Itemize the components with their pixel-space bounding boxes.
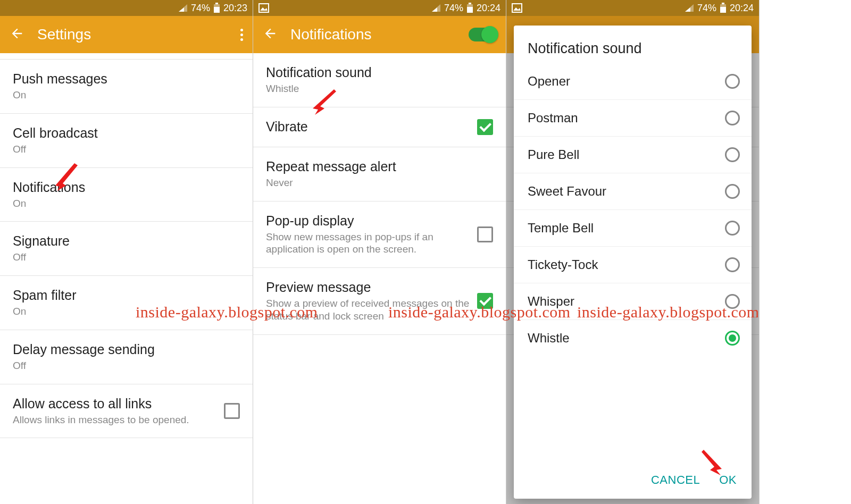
status-time: 20:24 xyxy=(730,3,754,14)
image-icon xyxy=(512,3,522,13)
battery-percent: 74% xyxy=(444,3,463,14)
item-cell-broadcast[interactable]: Cell broadcast Off xyxy=(0,114,253,168)
item-secondary: Off xyxy=(13,251,240,264)
item-primary: Allow access to all links xyxy=(13,396,218,411)
item-signature[interactable]: Signature Off xyxy=(0,222,253,276)
status-bar: 74% 20:24 xyxy=(253,0,506,16)
item-secondary: Off xyxy=(13,143,240,156)
item-primary: Cell broadcast xyxy=(13,125,240,141)
ok-button[interactable]: OK xyxy=(719,473,737,487)
signal-icon xyxy=(685,4,694,12)
radio[interactable] xyxy=(725,257,740,272)
svg-rect-0 xyxy=(215,3,218,4)
item-notification-sound[interactable]: Notification sound Whistle xyxy=(253,53,506,107)
svg-rect-4 xyxy=(469,3,471,4)
back-icon[interactable] xyxy=(10,26,24,43)
item-allow-links[interactable]: Allow access to all links Allows links i… xyxy=(0,384,253,439)
item-repeat-alert[interactable]: Repeat message alert Never xyxy=(253,147,506,201)
option-label: Postman xyxy=(528,111,578,125)
item-secondary: Allows links in messages to be opened. xyxy=(13,414,218,426)
item-secondary: On xyxy=(13,89,240,102)
radio[interactable] xyxy=(725,111,740,125)
option-whistle[interactable]: Whistle xyxy=(514,320,752,356)
svg-rect-10 xyxy=(720,7,726,13)
item-spam-filter[interactable]: Spam filter On xyxy=(0,276,253,330)
svg-rect-3 xyxy=(259,4,269,12)
item-notifications[interactable]: Notifications On xyxy=(0,168,253,222)
battery-icon xyxy=(213,3,220,13)
item-preview-message[interactable]: Preview message Show a preview of receiv… xyxy=(253,268,506,335)
item-delay-sending[interactable]: Delay message sending Off xyxy=(0,330,253,384)
svg-rect-6 xyxy=(467,7,473,13)
panel-sound-dialog: 74% 20:24 NW V RNe PSh ap PSh st Notific… xyxy=(506,0,760,504)
app-bar: Notifications xyxy=(253,16,506,53)
svg-rect-8 xyxy=(722,3,724,4)
item-primary: Spam filter xyxy=(13,288,240,303)
option-label: Whisper xyxy=(528,294,574,309)
notification-sound-dialog: Notification sound Opener Postman Pure B… xyxy=(514,26,752,499)
app-bar-title: Settings xyxy=(37,26,228,43)
status-bar: 74% 20:23 xyxy=(0,0,253,16)
item-primary: Preview message xyxy=(266,280,471,295)
app-bar: Settings xyxy=(0,16,253,53)
item-primary: Notifications xyxy=(13,180,240,195)
option-whisper[interactable]: Whisper xyxy=(514,283,752,320)
svg-rect-7 xyxy=(512,4,522,12)
battery-percent: 74% xyxy=(191,3,210,14)
item-primary: Vibrate xyxy=(266,119,471,135)
image-icon xyxy=(258,3,269,13)
item-secondary: Show a preview of received messages on t… xyxy=(266,297,471,323)
item-popup-display[interactable]: Pop-up display Show new messages in pop-… xyxy=(253,201,506,268)
signal-icon xyxy=(431,4,441,12)
item-secondary: Off xyxy=(13,359,240,372)
app-bar-title: Notifications xyxy=(290,26,456,43)
back-icon[interactable] xyxy=(263,26,278,43)
item-primary: Signature xyxy=(13,233,240,249)
svg-rect-2 xyxy=(214,7,220,13)
checkbox[interactable] xyxy=(477,293,493,309)
dialog-title: Notification sound xyxy=(514,36,752,63)
item-secondary: On xyxy=(13,197,240,210)
item-push-messages[interactable]: Push messages On xyxy=(0,60,253,114)
item-primary: Push messages xyxy=(13,71,240,87)
option-label: Pure Bell xyxy=(528,147,579,162)
radio[interactable] xyxy=(725,331,740,346)
panel-settings: 74% 20:23 Settings Push messages On Cell… xyxy=(0,0,253,504)
checkbox[interactable] xyxy=(224,403,240,419)
signal-icon xyxy=(178,4,188,12)
option-temple-bell[interactable]: Temple Bell xyxy=(514,210,752,247)
item-secondary: On xyxy=(13,305,240,318)
item-secondary: Show new messages in pop-ups if an appli… xyxy=(266,231,471,256)
checkbox[interactable] xyxy=(477,119,493,135)
option-postman[interactable]: Postman xyxy=(514,100,752,137)
radio[interactable] xyxy=(725,74,740,89)
radio[interactable] xyxy=(725,294,740,309)
item-secondary: Never xyxy=(266,177,493,189)
master-toggle[interactable] xyxy=(469,28,496,41)
radio[interactable] xyxy=(725,221,740,236)
radio[interactable] xyxy=(725,147,740,162)
status-bar: 74% 20:24 xyxy=(506,0,759,16)
item-primary: Notification sound xyxy=(266,65,493,80)
more-icon[interactable] xyxy=(240,29,243,41)
option-label: Whistle xyxy=(528,331,570,346)
dialog-option-list: Opener Postman Pure Bell Sweet Favour Te… xyxy=(514,63,752,464)
notifications-list: Notification sound Whistle Vibrate Repea… xyxy=(253,53,506,335)
option-label: Sweet Favour xyxy=(528,184,606,199)
item-primary: Pop-up display xyxy=(266,213,471,229)
option-pure-bell[interactable]: Pure Bell xyxy=(514,137,752,173)
radio[interactable] xyxy=(725,184,740,199)
item-primary: Repeat message alert xyxy=(266,159,493,174)
settings-list: Push messages On Cell broadcast Off Noti… xyxy=(0,53,253,438)
item-vibrate[interactable]: Vibrate xyxy=(253,107,506,147)
option-opener[interactable]: Opener xyxy=(514,63,752,100)
checkbox[interactable] xyxy=(477,226,493,242)
option-label: Tickety-Tock xyxy=(528,257,598,272)
option-tickety-tock[interactable]: Tickety-Tock xyxy=(514,247,752,283)
battery-icon xyxy=(720,3,727,13)
option-sweet-favour[interactable]: Sweet Favour xyxy=(514,173,752,210)
dialog-actions: CANCEL OK xyxy=(514,464,752,499)
panel-notifications: 74% 20:24 Notifications Notification sou… xyxy=(253,0,506,504)
option-label: Temple Bell xyxy=(528,221,594,236)
cancel-button[interactable]: CANCEL xyxy=(651,473,700,487)
